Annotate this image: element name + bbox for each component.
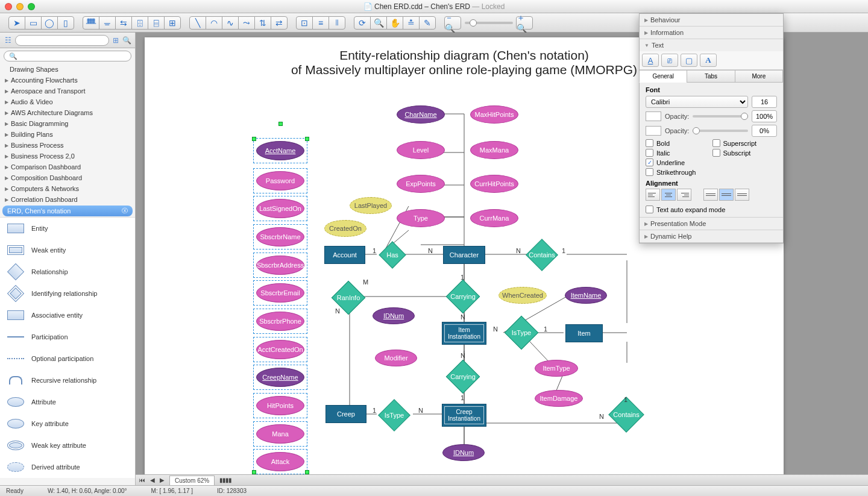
text-opacity-slider[interactable] <box>693 115 748 118</box>
minimize-window-button[interactable] <box>16 3 24 10</box>
library-filter-input[interactable] <box>4 51 131 61</box>
selection-handle[interactable] <box>252 137 256 141</box>
library-item[interactable]: ▶Basic Diagramming <box>0 118 135 129</box>
branch-icon[interactable]: ⌸ <box>148 16 165 30</box>
attr-idnum2[interactable]: IDNum <box>442 444 485 461</box>
attr-lastplayed[interactable]: LastPlayed <box>350 197 392 214</box>
library-search-icon[interactable]: 🔍 <box>122 34 131 46</box>
library-item[interactable]: ▶Audio & Video <box>0 96 135 107</box>
arc-tool-button[interactable]: ◠ <box>206 16 222 30</box>
library-item[interactable]: ▶Business Process <box>0 140 135 151</box>
attr-itemdamage[interactable]: ItemDamage <box>535 390 583 407</box>
entity-creepinst[interactable]: Creep Instantiation <box>442 404 486 427</box>
text-opacity-input[interactable] <box>752 110 777 122</box>
bg-color-swatch[interactable] <box>646 126 661 136</box>
text-tool-button[interactable]: ▯ <box>57 16 74 30</box>
subscript-checkbox[interactable]: Subscript <box>712 149 778 157</box>
strike-checkbox[interactable]: Strikethrough <box>646 168 711 176</box>
underline-style-icon[interactable]: A <box>642 54 659 67</box>
attr-level[interactable]: Level <box>397 141 445 159</box>
align-right-button[interactable] <box>677 189 691 201</box>
rel-istype1[interactable]: IsType <box>509 321 533 345</box>
shape-attribute[interactable]: Attribute <box>0 391 135 413</box>
pointer-tool-button[interactable]: ➤ <box>8 16 25 30</box>
shape-participation[interactable]: Participation <box>0 326 135 348</box>
shape-id-relationship[interactable]: Identifying relationship <box>0 283 135 304</box>
library-active[interactable]: ERD, Chen's notationⓧ <box>2 206 133 216</box>
connector-h-icon[interactable]: ⇄ <box>271 16 288 30</box>
pan-icon[interactable]: ✋ <box>386 16 403 30</box>
inspector-text-header[interactable]: ▼Text <box>640 39 783 51</box>
shadow-icon[interactable]: ▢ <box>681 54 697 67</box>
library-item[interactable]: ▶Correlation Dashboard <box>0 194 135 205</box>
shape-key-attribute[interactable]: Key attribute <box>0 413 135 435</box>
highlight-icon[interactable]: ⎚ <box>661 54 678 67</box>
refresh-icon[interactable]: ⟳ <box>354 16 371 30</box>
close-window-button[interactable] <box>5 3 12 10</box>
tree-v-icon[interactable]: ᚚ <box>99 16 116 30</box>
attr-creepname[interactable]: CreepName <box>256 368 304 387</box>
rel-carrying2[interactable]: Carrying <box>451 365 475 389</box>
zoom-out-button[interactable]: －🔍 <box>444 16 461 30</box>
attr-acctname[interactable]: AcctName <box>256 141 304 160</box>
library-item[interactable]: ▶Aerospace and Transport <box>0 86 135 96</box>
entity-creep[interactable]: Creep <box>326 405 366 423</box>
attr-modifier[interactable]: Modifier <box>375 350 417 366</box>
autoexpand-checkbox[interactable]: Text auto expand mode <box>646 206 777 213</box>
entity-character[interactable]: Character <box>443 246 485 264</box>
library-item[interactable]: ▶Comparison Dashboard <box>0 162 135 172</box>
superscript-checkbox[interactable]: Superscript <box>712 139 778 147</box>
attr-currhp[interactable]: CurrHitPoints <box>470 175 518 193</box>
inspector-information-header[interactable]: ▶Information <box>640 27 783 39</box>
attr-maxmana[interactable]: MaxMana <box>470 141 518 159</box>
attr-lastsigned[interactable]: LastSignedOn <box>256 199 304 218</box>
ellipse-tool-button[interactable]: ◯ <box>41 16 58 30</box>
entity-iteminst[interactable]: Item Instantiation <box>442 322 486 345</box>
font-family-select[interactable]: Calibri <box>646 96 748 108</box>
rel-has[interactable]: Has <box>383 245 402 265</box>
shape-relationship[interactable]: Relationship <box>0 261 135 283</box>
library-tree-icon[interactable]: ☷ <box>4 34 13 46</box>
library-item[interactable]: ▶AWS Architecture Diagrams <box>0 107 135 118</box>
attr-sbscname[interactable]: SbscrbrName <box>256 227 304 246</box>
attr-charname[interactable]: CharName <box>397 105 445 124</box>
library-item[interactable]: ▶Building Plans <box>0 129 135 140</box>
page-thumbs-icon[interactable]: ▮▮▮▮ <box>219 477 231 483</box>
attr-acctcreated[interactable]: AcctCreatedOn <box>256 340 304 359</box>
bg-opacity-slider[interactable] <box>693 130 748 132</box>
valign-bottom-button[interactable] <box>735 189 749 201</box>
selection-handle[interactable] <box>305 137 309 141</box>
tab-nav-next-icon[interactable]: ▶ <box>160 477 165 483</box>
selection-handle[interactable] <box>305 470 309 474</box>
shape-recursive[interactable]: Recursive relationship <box>0 369 135 391</box>
attr-sbscemail[interactable]: SbscrbrEmail <box>256 283 304 303</box>
distribute-icon[interactable]: ⫴ <box>329 16 345 30</box>
entity-account[interactable]: Account <box>324 246 365 264</box>
library-item[interactable]: ▶Computers & Networks <box>0 183 135 194</box>
text-color-swatch[interactable] <box>646 111 661 121</box>
align-center-button[interactable] <box>661 189 676 201</box>
attr-attack[interactable]: Attack <box>256 452 304 471</box>
inspector-panel[interactable]: ▶Behaviour ▶Information ▼Text A ⎚ ▢ A Ge… <box>639 13 784 243</box>
attr-exppoints[interactable]: ExpPoints <box>397 175 445 193</box>
entity-item[interactable]: Item <box>565 324 603 342</box>
inspector-tab-tabs[interactable]: Tabs <box>687 70 735 83</box>
attr-currmana[interactable]: CurrMana <box>470 209 518 227</box>
bg-opacity-input[interactable] <box>752 125 777 137</box>
zoom-tool-icon[interactable]: 🔍 <box>370 16 387 30</box>
valign-top-button[interactable] <box>703 189 718 201</box>
font-icon[interactable]: A <box>700 54 717 67</box>
zoom-indicator[interactable]: Custom 62% <box>169 476 215 485</box>
underline-checkbox[interactable]: ✓Underline <box>646 159 711 166</box>
inspector-behaviour-header[interactable]: ▶Behaviour <box>640 14 783 26</box>
line-tool-button[interactable]: ╲ <box>189 16 206 30</box>
rel-istype2[interactable]: IsType <box>383 404 406 427</box>
grid-icon[interactable]: ⊞ <box>164 16 181 30</box>
zoom-slider[interactable] <box>465 22 513 24</box>
shape-derived-attribute[interactable]: Derived attribute <box>0 456 135 478</box>
org-icon[interactable]: ⌹ <box>131 16 148 30</box>
shape-entity[interactable]: Entity <box>0 218 135 239</box>
shape-assoc-entity[interactable]: Associative entity <box>0 304 135 326</box>
attr-hitpoints[interactable]: HitPoints <box>256 396 304 415</box>
zoom-in-button[interactable]: ＋🔍 <box>516 16 533 30</box>
